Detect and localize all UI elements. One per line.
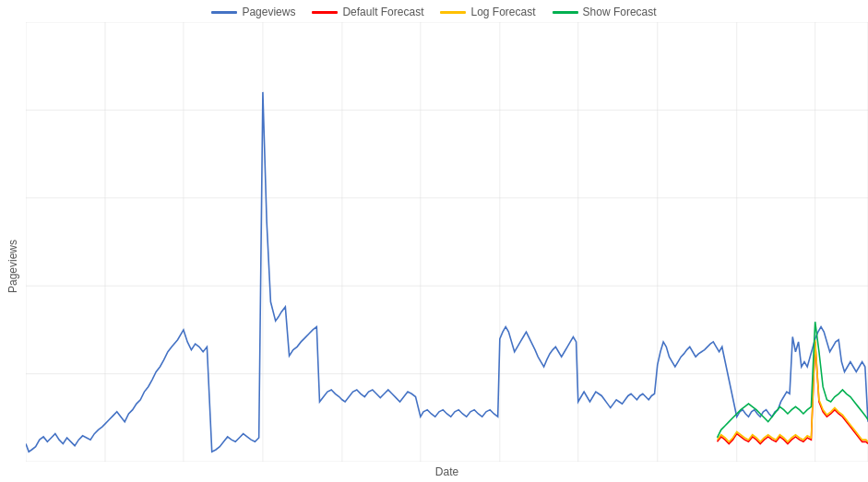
chart-legend: Pageviews Default Forecast Log Forecast …	[211, 0, 656, 22]
chart-area: Pageviews 50000 40000 30000	[0, 22, 868, 482]
chart-and-x: 50000 40000 30000 20000 10000 0	[26, 22, 868, 482]
legend-item-log-forecast: Log Forecast	[440, 6, 535, 18]
legend-label-log-forecast: Log Forecast	[470, 6, 535, 18]
y-axis-label: Pageviews	[0, 22, 26, 482]
legend-color-log-forecast	[440, 11, 466, 14]
legend-item-default-forecast: Default Forecast	[312, 6, 423, 18]
legend-color-default-forecast	[312, 11, 338, 14]
legend-color-show-forecast	[553, 11, 578, 14]
legend-item-pageviews: Pageviews	[211, 6, 295, 18]
svg-wrapper: 50000 40000 30000 20000 10000 0	[26, 22, 868, 462]
chart-container: Pageviews Default Forecast Log Forecast …	[0, 0, 868, 482]
legend-item-show-forecast: Show Forecast	[553, 6, 657, 18]
legend-color-pageviews	[211, 11, 237, 14]
legend-label-default-forecast: Default Forecast	[342, 6, 423, 18]
svg-rect-0	[26, 22, 868, 462]
legend-label-pageviews: Pageviews	[242, 6, 295, 18]
legend-label-show-forecast: Show Forecast	[583, 6, 657, 18]
main-chart-svg: 50000 40000 30000 20000 10000 0	[26, 22, 868, 462]
x-axis-label: Date	[26, 462, 868, 482]
